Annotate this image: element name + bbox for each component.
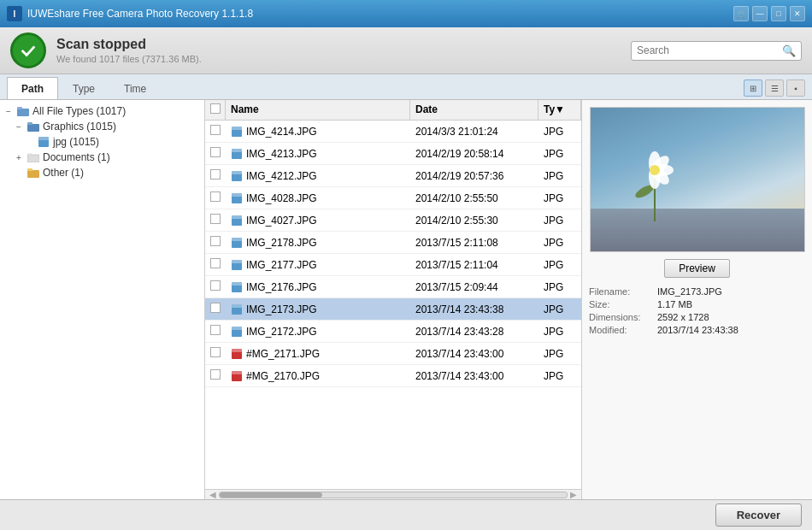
table-row[interactable]: IMG_2178.JPG 2013/7/15 2:11:08 JPG [205, 232, 581, 254]
row-type: JPG [538, 215, 581, 227]
row-date: 2013/7/15 2:11:08 [410, 237, 538, 249]
table-row[interactable]: IMG_4214.JPG 2014/3/3 21:01:24 JPG [205, 121, 581, 143]
row-name: IMG_2176.JPG [226, 281, 410, 293]
tree-item-graphics[interactable]: − Graphics (1015) [10, 119, 204, 134]
file-icon [231, 215, 243, 226]
status-main: Scan stopped [56, 37, 631, 52]
row-name: IMG_4027.JPG [226, 215, 410, 227]
preview-image [590, 107, 805, 252]
svg-rect-9 [27, 170, 39, 178]
row-date: 2014/3/3 21:01:24 [410, 126, 538, 138]
tree-toggle-root[interactable]: − [3, 107, 14, 116]
row-type: JPG [538, 370, 581, 382]
table-row[interactable]: IMG_4212.JPG 2014/2/19 20:57:36 JPG [205, 165, 581, 187]
tab-path[interactable]: Path [7, 77, 58, 99]
row-checkbox[interactable] [205, 214, 226, 227]
svg-rect-14 [232, 149, 242, 152]
header-checkbox[interactable] [205, 100, 226, 120]
jpg-icon [37, 136, 50, 148]
row-checkbox[interactable] [205, 236, 226, 249]
row-filename: #MG_2171.JPG [246, 348, 320, 360]
header-date[interactable]: Date [410, 100, 538, 120]
row-checkbox[interactable] [205, 347, 226, 360]
row-checkbox[interactable] [205, 169, 226, 182]
file-icon [231, 371, 243, 381]
view-list-button[interactable]: ☰ [765, 80, 784, 97]
scroll-thumb[interactable] [220, 492, 322, 498]
tab-type[interactable]: Type [58, 77, 109, 99]
row-checkbox[interactable] [205, 258, 226, 271]
row-date: 2013/7/15 2:11:04 [410, 259, 538, 271]
tab-time[interactable]: Time [109, 77, 161, 99]
tree-toggle-graphics[interactable]: − [14, 122, 24, 132]
table-row[interactable]: IMG_4213.JPG 2014/2/19 20:58:14 JPG [205, 143, 581, 165]
tree-item-root[interactable]: − All File Types (1017) [0, 103, 204, 119]
tree-item-documents[interactable]: + Documents (1) [10, 150, 204, 165]
horizontal-scrollbar[interactable]: ◀ ▶ [205, 489, 581, 499]
scroll-left-arrow[interactable]: ◀ [207, 490, 219, 499]
recover-button[interactable]: Recover [715, 504, 802, 527]
file-icon [231, 260, 243, 270]
table-row[interactable]: IMG_2177.JPG 2013/7/15 2:11:04 JPG [205, 254, 581, 276]
header-type[interactable]: Ty▼ [538, 100, 581, 120]
scroll-track[interactable] [219, 492, 568, 498]
tree-label-root: All File Types (1017) [32, 105, 126, 117]
folder-documents-icon [26, 151, 40, 163]
svg-rect-2 [27, 124, 39, 132]
tree-item-other[interactable]: Other (1) [10, 165, 204, 180]
svg-rect-5 [38, 137, 49, 140]
row-filename: IMG_4214.JPG [246, 126, 317, 138]
svg-rect-24 [232, 260, 242, 263]
row-checkbox[interactable] [205, 369, 226, 382]
header-name[interactable]: Name [226, 100, 410, 120]
row-name: IMG_2177.JPG [226, 259, 410, 271]
view-grid-button[interactable]: ⊞ [744, 80, 762, 97]
maximize-button[interactable]: □ [771, 6, 786, 21]
table-row[interactable]: IMG_2172.JPG 2013/7/14 23:43:28 JPG [205, 321, 581, 343]
view-detail-button[interactable]: ▪ [786, 80, 805, 97]
file-icon [231, 349, 243, 359]
preview-button[interactable]: Preview [664, 259, 730, 278]
table-row[interactable]: #MG_2171.JPG 2013/7/14 23:43:00 JPG [205, 343, 581, 365]
info-row-modified: Modified: 2013/7/14 23:43:38 [589, 325, 805, 335]
tree-item-jpg[interactable]: jpg (1015) [21, 134, 204, 150]
row-type: JPG [538, 281, 581, 293]
row-checkbox[interactable] [205, 147, 226, 160]
table-row[interactable]: IMG_2173.JPG 2013/7/14 23:43:38 JPG [205, 298, 581, 321]
minimize-button[interactable]: — [752, 6, 768, 21]
row-name: #MG_2170.JPG [226, 370, 410, 382]
app-icon: I [7, 6, 22, 21]
row-filename: IMG_2176.JPG [246, 281, 317, 293]
row-checkbox[interactable] [205, 325, 226, 338]
table-row[interactable]: IMG_4028.JPG 2014/2/10 2:55:50 JPG [205, 187, 581, 209]
svg-rect-7 [27, 153, 32, 156]
preview-panel: Preview Filename: IMG_2173.JPG Size: 1.1… [581, 100, 812, 499]
shop-button[interactable]: 🛒 [733, 6, 749, 21]
search-box[interactable]: 🔍 [631, 41, 802, 61]
row-type: JPG [538, 303, 581, 315]
search-input[interactable] [637, 44, 782, 56]
row-checkbox[interactable] [205, 125, 226, 138]
row-name: IMG_2178.JPG [226, 237, 410, 249]
modified-label: Modified: [589, 325, 657, 335]
scroll-right-arrow[interactable]: ▶ [568, 490, 580, 499]
table-row[interactable]: IMG_4027.JPG 2014/2/10 2:55:30 JPG [205, 209, 581, 232]
row-checkbox[interactable] [205, 191, 226, 204]
svg-rect-32 [232, 349, 242, 352]
window-controls: 🛒 — □ ✕ [733, 6, 805, 21]
table-row[interactable]: #MG_2170.JPG 2013/7/14 23:43:00 JPG [205, 365, 581, 387]
main-area: − All File Types (1017) − Graphics (1015… [0, 100, 812, 499]
tree-toggle-documents[interactable]: + [14, 153, 24, 162]
titlebar: I IUWEshare Free Camera Photo Recovery 1… [0, 0, 812, 27]
close-button[interactable]: ✕ [790, 6, 805, 21]
file-icon [231, 127, 243, 137]
row-filename: #MG_2170.JPG [246, 370, 320, 382]
row-type: JPG [538, 259, 581, 271]
filename-value: IMG_2173.JPG [657, 286, 722, 297]
row-checkbox[interactable] [205, 280, 226, 293]
table-row[interactable]: IMG_2176.JPG 2013/7/15 2:09:44 JPG [205, 276, 581, 298]
row-checkbox[interactable] [205, 303, 226, 315]
app-title: IUWEshare Free Camera Photo Recovery 1.1… [27, 8, 733, 20]
info-row-filename: Filename: IMG_2173.JPG [589, 286, 805, 297]
file-list-header: Name Date Ty▼ [205, 100, 581, 121]
